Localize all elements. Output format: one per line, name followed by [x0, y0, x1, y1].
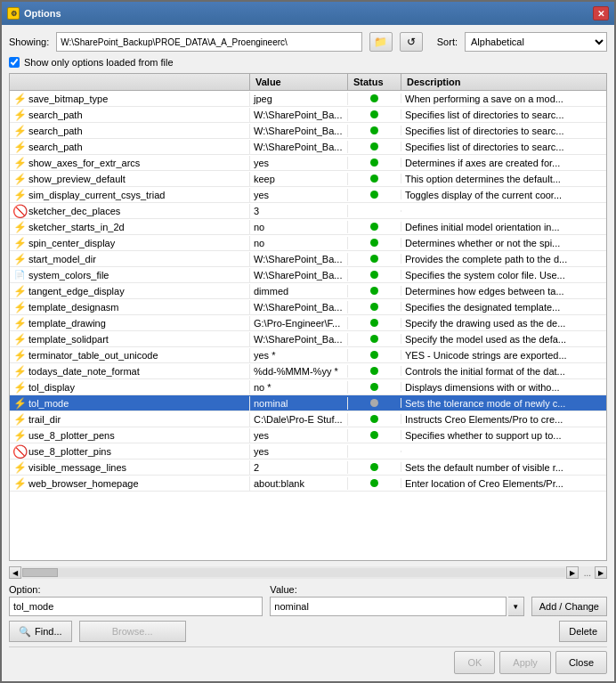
- value-cell: no *: [250, 381, 348, 394]
- value-group: Value: ▼: [270, 584, 523, 616]
- row-icon: ⚡: [13, 461, 26, 474]
- table-row[interactable]: ⚡ tol_mode nominal Sets the tolerance mo…: [10, 395, 606, 411]
- scroll-right2-button[interactable]: ▶: [595, 566, 607, 579]
- find-button[interactable]: 🔍 Find...: [9, 621, 72, 642]
- row-icon: ⚡: [13, 317, 26, 329]
- table-row[interactable]: ⚡ search_path W:\SharePoint_Ba... Specif…: [10, 123, 606, 139]
- table-row[interactable]: ⚡ template_drawing G:\Pro-Engineer\F... …: [10, 315, 606, 331]
- name-cell: 📄 system_colors_file: [10, 268, 250, 282]
- table-row[interactable]: ⚡ template_designasm W:\SharePoint_Ba...…: [10, 299, 606, 315]
- scroll-left-button[interactable]: ◀: [9, 566, 21, 579]
- status-dot-green: [370, 463, 378, 471]
- apply-button[interactable]: Apply: [499, 651, 551, 674]
- description-cell: Displays dimensions with or witho...: [401, 381, 606, 394]
- value-input[interactable]: [270, 597, 506, 616]
- lightning-icon: ⚡: [13, 317, 27, 329]
- horizontal-scrollbar[interactable]: ◀ ▶ ... ▶: [9, 566, 607, 579]
- table-row[interactable]: 🚫 sketcher_dec_places 3: [10, 203, 606, 219]
- lightning-icon: ⚡: [13, 173, 27, 185]
- lightning-icon: ⚡: [13, 157, 27, 169]
- option-name: show_preview_default: [28, 174, 126, 184]
- name-cell: ⚡ search_path: [10, 124, 250, 138]
- name-cell: ⚡ show_axes_for_extr_arcs: [10, 156, 250, 170]
- table-row[interactable]: ⚡ save_bitmap_type jpeg When performing …: [10, 91, 606, 107]
- path-input[interactable]: [56, 32, 362, 52]
- title-close-button[interactable]: ✕: [593, 6, 609, 20]
- find-browse-row: 🔍 Find... Browse... Delete: [9, 621, 607, 642]
- lightning-icon: ⚡: [13, 285, 27, 297]
- table-row[interactable]: ⚡ web_browser_homepage about:blank Enter…: [10, 476, 606, 492]
- lightning-icon: ⚡: [13, 381, 27, 394]
- name-cell: ⚡ template_drawing: [10, 316, 250, 330]
- scroll-right-button[interactable]: ▶: [566, 566, 579, 579]
- table-row[interactable]: ⚡ search_path W:\SharePoint_Ba... Specif…: [10, 139, 606, 155]
- status-cell: [348, 174, 401, 183]
- row-icon: ⚡: [13, 157, 26, 169]
- table-row[interactable]: ⚡ tol_display no * Displays dimensions w…: [10, 379, 606, 395]
- table-row[interactable]: ⚡ use_8_plotter_pens yes Specifies wheth…: [10, 427, 606, 443]
- description-cell: Provides the complete path to the d...: [401, 253, 606, 265]
- table-row[interactable]: 🚫 use_8_plotter_pins yes: [10, 443, 606, 459]
- file-icon: 📄: [14, 270, 25, 280]
- status-cell: [348, 158, 401, 167]
- table-row[interactable]: ⚡ show_axes_for_extr_arcs yes Determines…: [10, 155, 606, 171]
- scroll-thumb[interactable]: [22, 568, 58, 577]
- sort-select[interactable]: Alphabetical By Category Custom: [465, 32, 607, 52]
- status-cell: [348, 350, 401, 360]
- action-buttons: OK Apply Close: [9, 646, 607, 674]
- row-icon: 🚫: [13, 445, 26, 458]
- value-cell: about:blank: [250, 477, 348, 490]
- option-name: show_axes_for_extr_arcs: [28, 158, 140, 168]
- table-row[interactable]: ⚡ todays_date_note_format %dd-%MMM-%yy *…: [10, 363, 606, 379]
- status-dot-green: [370, 303, 378, 311]
- name-cell: ⚡ template_designasm: [10, 300, 250, 314]
- col-name: [10, 74, 250, 90]
- status-cell: [348, 302, 401, 312]
- option-name: start_model_dir: [28, 254, 96, 264]
- status-dot-green: [370, 367, 378, 375]
- table-row[interactable]: ⚡ start_model_dir W:\SharePoint_Ba... Pr…: [10, 251, 606, 267]
- row-icon: ⚡: [13, 285, 26, 297]
- delete-button[interactable]: Delete: [559, 621, 607, 642]
- row-icon: ⚡: [13, 253, 26, 265]
- ok-button[interactable]: OK: [454, 651, 495, 674]
- lightning-icon: ⚡: [13, 237, 27, 249]
- table-row[interactable]: ⚡ sketcher_starts_in_2d no Defines initi…: [10, 219, 606, 235]
- value-dropdown-button[interactable]: ▼: [508, 597, 524, 616]
- table-row[interactable]: ⚡ tangent_edge_display dimmed Determines…: [10, 283, 606, 299]
- table-row[interactable]: ⚡ visible_message_lines 2 Sets the defau…: [10, 459, 606, 476]
- value-input-row: ▼: [270, 597, 523, 616]
- browse-button[interactable]: Browse...: [79, 621, 186, 642]
- option-name: todays_date_note_format: [28, 366, 140, 377]
- add-change-button[interactable]: Add / Change: [531, 597, 607, 616]
- show-options-checkbox[interactable]: [9, 57, 20, 68]
- description-cell: Specifies the designated template...: [401, 301, 606, 313]
- description-cell: When performing a save on a mod...: [401, 93, 606, 105]
- table-row[interactable]: ⚡ spin_center_display no Determines whet…: [10, 235, 606, 251]
- table-body[interactable]: ⚡ save_bitmap_type jpeg When performing …: [10, 91, 606, 560]
- status-cell: [348, 254, 401, 264]
- option-name: template_drawing: [28, 318, 106, 329]
- option-input[interactable]: [9, 597, 263, 616]
- table-row[interactable]: ⚡ show_preview_default keep This option …: [10, 171, 606, 187]
- browse-folder-button[interactable]: 📁: [369, 32, 393, 52]
- row-icon: ⚡: [13, 333, 26, 346]
- description-cell: Enter location of Creo Elements/Pr...: [401, 477, 606, 490]
- table-row[interactable]: 📄 system_colors_file W:\SharePoint_Ba...…: [10, 267, 606, 283]
- name-cell: ⚡ tol_mode: [10, 396, 250, 411]
- status-cell: [348, 451, 401, 452]
- lightning-icon: ⚡: [13, 477, 27, 490]
- status-cell: [348, 210, 401, 212]
- status-dot-green: [370, 142, 378, 150]
- value-cell: yes: [250, 445, 348, 458]
- description-cell: YES - Unicode strings are exported...: [401, 349, 606, 362]
- table-row[interactable]: ⚡ sim_display_current_csys_triad yes Tog…: [10, 187, 606, 203]
- close-button[interactable]: Close: [555, 651, 607, 674]
- scroll-track[interactable]: [22, 568, 565, 577]
- refresh-button[interactable]: ↺: [400, 32, 423, 52]
- table-row[interactable]: ⚡ template_solidpart W:\SharePoint_Ba...…: [10, 331, 606, 347]
- row-icon: ⚡: [13, 477, 26, 490]
- table-row[interactable]: ⚡ terminator_table_out_unicode yes * YES…: [10, 347, 606, 363]
- table-row[interactable]: ⚡ trail_dir C:\Dale\Pro-E Stuf... Instru…: [10, 411, 606, 427]
- table-row[interactable]: ⚡ search_path W:\SharePoint_Ba... Specif…: [10, 107, 606, 123]
